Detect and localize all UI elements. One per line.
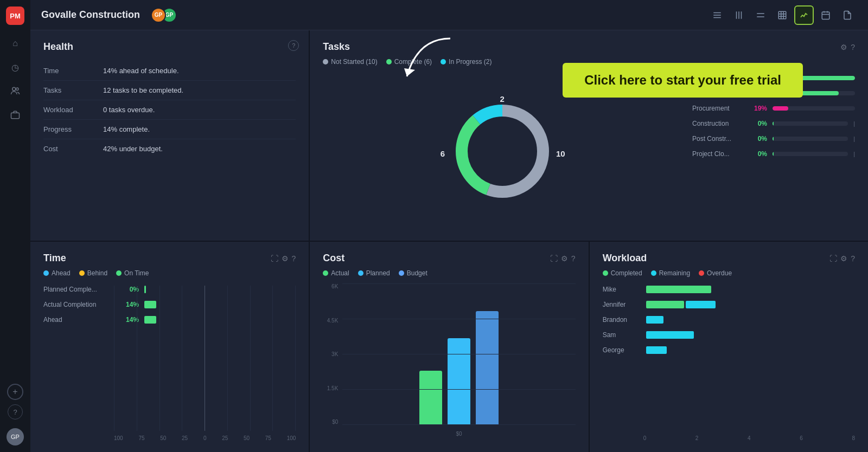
donut-label-2: 2 [500, 94, 504, 104]
calendar-view-button[interactable] [816, 5, 835, 25]
tasks-help-icon[interactable]: ? [851, 43, 855, 51]
table-view-button[interactable] [773, 5, 792, 25]
sidebar: PM ⌂ ◷ + ? GP [0, 0, 30, 452]
workload-settings-icon[interactable]: ⚙ [840, 254, 847, 263]
cost-bars: $0 [342, 283, 575, 441]
cost-x-label: $0 [456, 431, 462, 437]
post-constr-bar-bg [773, 137, 848, 141]
app-logo[interactable]: PM [6, 7, 24, 25]
legend-on-time: On Time [116, 269, 149, 277]
overdue-dot [699, 270, 704, 276]
brandon-bars [646, 316, 855, 324]
jennifer-completed-bar [646, 301, 684, 308]
brandon-name: Brandon [603, 316, 641, 324]
construction-label: Construction [692, 120, 741, 127]
time-expand-icon[interactable]: ⛶ [271, 254, 278, 263]
svg-rect-2 [11, 113, 20, 119]
time-chart: Planned Comple... 0% Actual Completion 1… [43, 286, 296, 441]
sidebar-item-users[interactable] [5, 81, 25, 101]
menu-view-button[interactable] [751, 5, 770, 25]
workload-row-george: George [603, 346, 855, 354]
sidebar-item-home[interactable]: ⌂ [5, 34, 25, 53]
chart-view-button[interactable] [794, 5, 814, 25]
svg-point-0 [12, 87, 16, 91]
donut-label-6: 6 [441, 149, 445, 158]
sam-remaining-bar [646, 331, 694, 339]
workload-row-brandon: Brandon [603, 316, 855, 324]
task-prog-project-clo: Project Clo... 0% | [692, 150, 855, 158]
workload-row-sam: Sam [603, 331, 855, 339]
sam-name: Sam [603, 331, 641, 339]
procurement-bar-bg [773, 106, 855, 111]
not-started-dot [323, 59, 328, 64]
tasks-settings-icon[interactable]: ⚙ [840, 43, 847, 51]
construction-bar-fill [773, 121, 774, 126]
project-clo-bar-fill [773, 152, 774, 156]
cost-chart-area: 6K 4.5K 3K 1.5K $0 [323, 283, 575, 441]
donut-label-10: 10 [556, 149, 565, 158]
workload-legend: Completed Remaining Overdue [603, 269, 855, 277]
procurement-pct: 19% [746, 105, 767, 112]
health-table: Time 14% ahead of schedule. Tasks 12 tas… [43, 61, 296, 158]
cta-banner[interactable]: Click here to start your free trial [563, 63, 803, 98]
mike-bars [646, 286, 855, 293]
health-panel: Health ? Time 14% ahead of schedule. Tas… [30, 30, 309, 241]
cost-expand-icon[interactable]: ⛶ [550, 254, 558, 263]
workload-row-jennifer: Jennifer [603, 301, 855, 308]
jennifer-bars [646, 301, 855, 308]
actual-label: Actual Completion [43, 301, 114, 308]
health-row-tasks: Tasks 12 tasks to be completed. [43, 81, 296, 100]
sidebar-item-briefcase[interactable] [5, 105, 25, 125]
legend-complete: Complete (6) [386, 58, 432, 66]
workload-expand-icon[interactable]: ⛶ [829, 254, 837, 263]
time-legend: Ahead Behind On Time [43, 269, 296, 277]
time-settings-icon[interactable]: ⚙ [282, 254, 289, 263]
cost-settings-icon[interactable]: ⚙ [561, 254, 568, 263]
workload-row-mike: Mike [603, 286, 855, 293]
list-view-button[interactable] [707, 5, 727, 25]
health-row-cost: Cost 42% under budget. [43, 139, 296, 158]
health-label-progress: Progress [43, 125, 92, 133]
project-clo-pct: 0% [746, 150, 767, 158]
tasks-panel: Tasks ⚙ ? Not Started (10) [310, 30, 868, 241]
legend-in-progress: In Progress (2) [441, 58, 492, 66]
health-row-time: Time 14% ahead of schedule. [43, 61, 296, 81]
workload-help-icon[interactable]: ? [851, 254, 855, 263]
health-title: Health [43, 41, 296, 53]
workload-title: Workload [603, 253, 647, 264]
health-row-progress: Progress 14% complete. [43, 120, 296, 139]
planned-label: Planned Comple... [43, 286, 114, 293]
donut-chart: 6 2 10 [448, 97, 557, 205]
user-avatar-sidebar[interactable]: GP [7, 428, 24, 445]
document-view-button[interactable] [838, 5, 857, 25]
time-help-icon[interactable]: ? [292, 254, 296, 263]
workload-chart-inner: Mike Jennifer Brandon [603, 286, 855, 433]
help-icon[interactable]: ? [8, 404, 23, 419]
construction-pct: 0% [746, 120, 767, 127]
add-project-button[interactable]: + [7, 384, 23, 400]
tasks-actions: ⚙ ? [840, 43, 855, 51]
health-value-tasks: 12 tasks to be completed. [103, 86, 183, 94]
health-value-cost: 42% under budget. [103, 145, 163, 153]
main-content: Govalle Construction GP GP [30, 0, 868, 452]
time-x-axis: 100 75 50 25 0 25 50 75 100 [43, 435, 296, 441]
health-label-time: Time [43, 67, 92, 75]
legend-actual: Actual [323, 269, 349, 277]
legend-planned: Planned [358, 269, 390, 277]
sidebar-item-clock[interactable]: ◷ [5, 57, 25, 77]
legend-remaining: Remaining [651, 269, 690, 277]
health-label-cost: Cost [43, 145, 92, 153]
cost-grid [342, 283, 575, 425]
cost-title: Cost [323, 253, 344, 264]
health-value-workload: 0 tasks overdue. [103, 106, 155, 114]
construction-bar-bg [773, 121, 848, 126]
legend-ahead: Ahead [43, 269, 71, 277]
health-label-workload: Workload [43, 106, 92, 114]
legend-behind: Behind [79, 269, 107, 277]
planned-dot [358, 270, 363, 276]
jennifer-remaining-bar [686, 301, 716, 308]
health-help-icon[interactable]: ? [288, 40, 299, 51]
cost-help-icon[interactable]: ? [571, 254, 576, 263]
columns-view-button[interactable] [729, 5, 749, 25]
remaining-dot [651, 270, 656, 276]
